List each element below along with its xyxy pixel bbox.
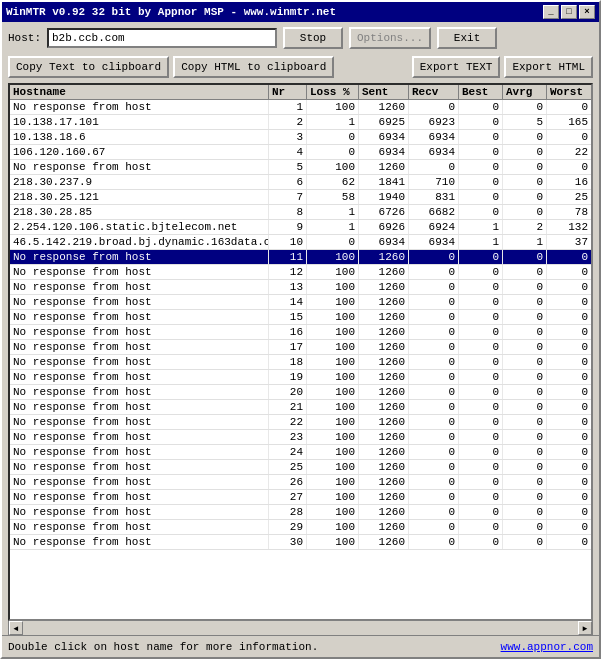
table-cell: 5 xyxy=(503,115,547,129)
table-cell: 6934 xyxy=(409,130,459,144)
table-cell: 6726 xyxy=(359,205,409,219)
table-cell: No response from host xyxy=(10,370,269,384)
table-cell: 100 xyxy=(307,265,359,279)
table-row[interactable]: No response from host1410012600000 xyxy=(10,295,591,310)
table-row[interactable]: No response from host1110012600000 xyxy=(10,250,591,265)
col-worst: Worst xyxy=(547,85,591,99)
table-row[interactable]: No response from host2210012600000 xyxy=(10,415,591,430)
host-input[interactable] xyxy=(47,28,277,48)
col-nr: Nr xyxy=(269,85,307,99)
table-cell: 0 xyxy=(409,280,459,294)
table-row[interactable]: No response from host2310012600000 xyxy=(10,430,591,445)
copy-html-button[interactable]: Copy HTML to clipboard xyxy=(173,56,334,78)
table-row[interactable]: No response from host3010012600000 xyxy=(10,535,591,550)
table-cell: 0 xyxy=(459,385,503,399)
table-cell: 0 xyxy=(409,400,459,414)
table-cell: 22 xyxy=(269,415,307,429)
table-cell: 0 xyxy=(409,385,459,399)
table-row[interactable]: No response from host110012600000 xyxy=(10,100,591,115)
table-cell: 2 xyxy=(503,220,547,234)
table-cell: 46.5.142.219.broad.bj.dynamic.163data.co… xyxy=(10,235,269,249)
table-cell: 1260 xyxy=(359,325,409,339)
table-cell: 0 xyxy=(503,205,547,219)
table-cell: 0 xyxy=(503,130,547,144)
table-cell: 0 xyxy=(459,445,503,459)
table-row[interactable]: 10.138.18.63069346934000 xyxy=(10,130,591,145)
table-cell: 0 xyxy=(503,490,547,504)
table-cell: 0 xyxy=(459,250,503,264)
table-cell: 106.120.160.67 xyxy=(10,145,269,159)
table-row[interactable]: No response from host2810012600000 xyxy=(10,505,591,520)
table-cell: 0 xyxy=(503,415,547,429)
table-row[interactable]: 218.30.237.966218417100016 xyxy=(10,175,591,190)
table-cell: 1260 xyxy=(359,505,409,519)
table-cell: 24 xyxy=(269,445,307,459)
scroll-right-button[interactable]: ► xyxy=(578,621,592,635)
table-cell: 1 xyxy=(459,220,503,234)
table-cell: 5 xyxy=(269,160,307,174)
table-cell: 100 xyxy=(307,445,359,459)
table-row[interactable]: 218.30.25.12175819408310025 xyxy=(10,190,591,205)
table-row[interactable]: No response from host1710012600000 xyxy=(10,340,591,355)
table-row[interactable]: No response from host2010012600000 xyxy=(10,385,591,400)
table-cell: 25 xyxy=(269,460,307,474)
table-cell: 23 xyxy=(269,430,307,444)
maximize-button[interactable]: □ xyxy=(561,5,577,19)
table-cell: 0 xyxy=(409,325,459,339)
table-row[interactable]: 106.120.160.6740693469340022 xyxy=(10,145,591,160)
table-row[interactable]: 10.138.17.101216925692305165 xyxy=(10,115,591,130)
exit-button[interactable]: Exit xyxy=(437,27,497,49)
table-row[interactable]: No response from host1310012600000 xyxy=(10,280,591,295)
minimize-button[interactable]: _ xyxy=(543,5,559,19)
copy-text-button[interactable]: Copy Text to clipboard xyxy=(8,56,169,78)
table-row[interactable]: No response from host2510012600000 xyxy=(10,460,591,475)
table-row[interactable]: No response from host2410012600000 xyxy=(10,445,591,460)
table-cell: 6934 xyxy=(359,130,409,144)
table-cell: 1260 xyxy=(359,100,409,114)
stop-button[interactable]: Stop xyxy=(283,27,343,49)
table-cell: 0 xyxy=(409,490,459,504)
table-cell: 0 xyxy=(409,475,459,489)
table-cell: 8 xyxy=(269,205,307,219)
table-cell: 0 xyxy=(547,160,591,174)
table-cell: 0 xyxy=(503,175,547,189)
table-cell: 10.138.18.6 xyxy=(10,130,269,144)
table-cell: 27 xyxy=(269,490,307,504)
data-table: Hostname Nr Loss % Sent Recv Best Avrg W… xyxy=(8,83,593,621)
table-row[interactable]: No response from host2610012600000 xyxy=(10,475,591,490)
table-row[interactable]: No response from host2910012600000 xyxy=(10,520,591,535)
table-row[interactable]: No response from host1810012600000 xyxy=(10,355,591,370)
table-row[interactable]: No response from host1510012600000 xyxy=(10,310,591,325)
table-cell: 0 xyxy=(459,310,503,324)
table-row[interactable]: No response from host510012600000 xyxy=(10,160,591,175)
table-cell: 0 xyxy=(503,475,547,489)
table-cell: 1260 xyxy=(359,265,409,279)
table-row[interactable]: No response from host1210012600000 xyxy=(10,265,591,280)
close-button[interactable]: × xyxy=(579,5,595,19)
table-row[interactable]: 2.254.120.106.static.bjtelecom.net916926… xyxy=(10,220,591,235)
table-row[interactable]: No response from host1610012600000 xyxy=(10,325,591,340)
table-cell: 20 xyxy=(269,385,307,399)
titlebar: WinMTR v0.92 32 bit by Appnor MSP - www.… xyxy=(2,2,599,22)
scroll-track[interactable] xyxy=(23,621,578,635)
table-row[interactable]: No response from host2110012600000 xyxy=(10,400,591,415)
table-row[interactable]: No response from host1910012600000 xyxy=(10,370,591,385)
export-text-button[interactable]: Export TEXT xyxy=(412,56,501,78)
horizontal-scrollbar[interactable]: ◄ ► xyxy=(8,621,593,635)
statusbar-link[interactable]: www.appnor.com xyxy=(501,641,593,653)
table-cell: 0 xyxy=(409,460,459,474)
table-cell: 100 xyxy=(307,385,359,399)
table-cell: 0 xyxy=(459,100,503,114)
table-cell: 1260 xyxy=(359,475,409,489)
table-row[interactable]: No response from host2710012600000 xyxy=(10,490,591,505)
table-cell: 100 xyxy=(307,535,359,549)
table-cell: 2 xyxy=(269,115,307,129)
titlebar-buttons: _ □ × xyxy=(543,5,595,19)
export-html-button[interactable]: Export HTML xyxy=(504,56,593,78)
scroll-left-button[interactable]: ◄ xyxy=(9,621,23,635)
table-row[interactable]: 46.5.142.219.broad.bj.dynamic.163data.co… xyxy=(10,235,591,250)
options-button[interactable]: Options... xyxy=(349,27,431,49)
table-cell: 1260 xyxy=(359,295,409,309)
table-row[interactable]: 218.30.28.8581672666820078 xyxy=(10,205,591,220)
table-cell: 0 xyxy=(459,295,503,309)
